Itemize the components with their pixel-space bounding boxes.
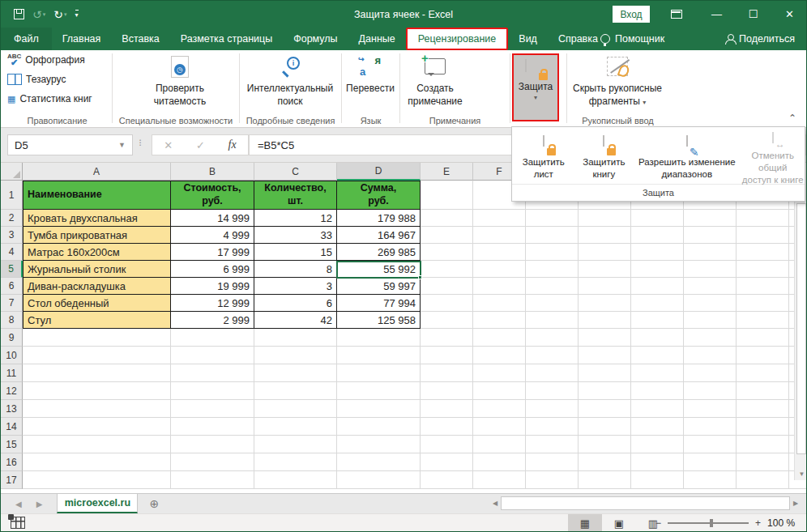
row-header-1[interactable]: 1 <box>1 181 23 210</box>
scroll-left-icon[interactable]: ◀ <box>489 500 501 507</box>
cell-d2[interactable]: 179 988 <box>337 210 421 227</box>
confirm-entry-icon[interactable]: ✓ <box>196 139 205 151</box>
scroll-right-icon[interactable]: ▶ <box>790 500 801 507</box>
menu-item-protect-workbook[interactable]: Защитить книгу <box>575 127 634 184</box>
row-header-3[interactable]: 3 <box>1 227 23 244</box>
assistant-button[interactable]: Помощник <box>600 28 664 50</box>
cell-a7[interactable]: Стол обеденный <box>23 295 171 312</box>
header-cell-qty[interactable]: Количество, шт. <box>254 181 337 210</box>
zoom-slider[interactable] <box>668 522 749 524</box>
name-box[interactable]: D5 ▼ <box>7 134 133 155</box>
normal-view-button[interactable]: ▦ <box>568 514 602 532</box>
cell-b7[interactable]: 12 999 <box>171 295 254 312</box>
check-accessibility-button[interactable]: ◷ Проверить читаемость <box>143 53 216 108</box>
row-header-10[interactable]: 10 <box>1 347 23 364</box>
protection-dropdown-button[interactable]: Защита ▾ <box>512 53 559 121</box>
tab-help[interactable]: Справка <box>548 28 608 50</box>
scroll-down-icon[interactable]: ▼ <box>795 467 807 480</box>
cell-c2[interactable]: 12 <box>254 210 337 227</box>
horizontal-scrollbar[interactable]: ◀ ▶ <box>489 496 801 511</box>
thesaurus-button[interactable]: Тезаурус <box>2 70 112 89</box>
cell-b8[interactable]: 2 999 <box>171 312 254 329</box>
cell-a4[interactable]: Матрас 160х200см <box>23 244 171 261</box>
cell-d4[interactable]: 269 985 <box>337 244 421 261</box>
cell-c8[interactable]: 42 <box>254 312 337 329</box>
row-header-13[interactable]: 13 <box>1 400 23 418</box>
cell-d8[interactable]: 125 958 <box>337 312 421 329</box>
row-header-15[interactable]: 15 <box>1 436 23 453</box>
next-sheet-icon[interactable]: ▶ <box>36 500 43 509</box>
column-header-d-selected[interactable]: D <box>337 163 421 181</box>
horizontal-scrollbar-thumb[interactable] <box>501 496 790 510</box>
row-header-17[interactable]: 17 <box>1 471 23 489</box>
zoom-out-button[interactable]: − <box>655 517 661 529</box>
tab-home[interactable]: Главная <box>52 28 112 50</box>
new-note-button[interactable]: + Создать примечание <box>405 53 465 108</box>
header-cell-price[interactable]: Стоимость, руб. <box>171 181 254 210</box>
row-header-7[interactable]: 7 <box>1 295 23 312</box>
menu-item-protect-sheet[interactable]: Защитить лист <box>512 127 575 184</box>
cell-a2[interactable]: Кровать двухспальная <box>23 210 171 227</box>
minimize-button[interactable]: — <box>698 1 735 28</box>
tab-page-layout[interactable]: Разметка страницы <box>170 28 283 50</box>
sheet-tab-active[interactable]: microexcel.ru <box>57 494 138 513</box>
spelling-button[interactable]: ABC✔ Орфография <box>2 50 112 70</box>
smart-lookup-button[interactable]: i Интеллектуальный поиск <box>241 53 339 108</box>
column-header-e[interactable]: E <box>421 163 473 181</box>
cell-b5[interactable]: 6 999 <box>171 261 254 278</box>
row-header-14[interactable]: 14 <box>1 418 23 436</box>
cell-c7[interactable]: 6 <box>254 295 337 312</box>
maximize-button[interactable]: ☐ <box>735 1 771 28</box>
row-header-8[interactable]: 8 <box>1 312 23 329</box>
tab-data[interactable]: Данные <box>348 28 406 50</box>
vertical-scrollbar[interactable]: ▼ <box>794 163 807 480</box>
cell-d3[interactable]: 164 967 <box>337 227 421 244</box>
row-header-6[interactable]: 6 <box>1 278 23 295</box>
cell-d6[interactable]: 59 997 <box>337 278 421 295</box>
tab-file[interactable]: Файл <box>1 28 52 50</box>
menu-item-allow-edit-ranges[interactable]: ✎ Разрешить изменение диапазонов <box>633 127 741 184</box>
cell-a8[interactable]: Стул <box>23 312 171 329</box>
cell-c6[interactable]: 3 <box>254 278 337 295</box>
workbook-statistics-button[interactable]: ▦ Статистика книг <box>2 89 112 109</box>
translate-button[interactable]: ↩яa Перевести <box>344 53 396 96</box>
hide-ink-button[interactable]: Скрыть рукописные фрагменты ▾ <box>569 53 666 108</box>
tab-review-active[interactable]: Рецензирование <box>406 28 509 50</box>
cell-b4[interactable]: 17 999 <box>171 244 254 261</box>
row-header-2[interactable]: 2 <box>1 210 23 227</box>
column-header-c[interactable]: C <box>254 163 337 181</box>
row-header-9[interactable]: 9 <box>1 329 23 347</box>
zoom-level[interactable]: 100 % <box>767 517 795 529</box>
cell-c4[interactable]: 15 <box>254 244 337 261</box>
name-box-caret-icon[interactable]: ▼ <box>118 141 126 149</box>
previous-sheet-icon[interactable]: ◀ <box>15 500 22 509</box>
cell-a5[interactable]: Журнальный столик <box>23 261 171 278</box>
header-cell-name[interactable]: Наименование <box>23 181 171 210</box>
column-header-a[interactable]: A <box>23 163 171 181</box>
select-all-corner[interactable] <box>1 163 23 181</box>
vertical-scrollbar-thumb[interactable] <box>796 203 806 454</box>
share-button[interactable]: Поделиться <box>725 28 795 50</box>
new-sheet-button[interactable]: ⊕ <box>138 494 170 513</box>
cell-a3[interactable]: Тумба прикроватная <box>23 227 171 244</box>
cancel-entry-icon[interactable]: ✕ <box>164 139 173 151</box>
ribbon-display-options-button[interactable] <box>665 6 688 23</box>
cell-c3[interactable]: 33 <box>254 227 337 244</box>
row-header-12[interactable]: 12 <box>1 382 23 400</box>
close-button[interactable]: ✕ <box>771 1 807 28</box>
tab-formulas[interactable]: Формулы <box>283 28 348 50</box>
tab-view[interactable]: Вид <box>508 28 548 50</box>
collapse-ribbon-button[interactable]: ⌃ <box>788 113 796 124</box>
cell-c5[interactable]: 8 <box>254 261 337 278</box>
tab-insert[interactable]: Вставка <box>111 28 169 50</box>
cell-d7[interactable]: 77 994 <box>337 295 421 312</box>
cell-b2[interactable]: 14 999 <box>171 210 254 227</box>
row-header-5-selected[interactable]: 5 <box>1 261 23 278</box>
cell-b3[interactable]: 4 999 <box>171 227 254 244</box>
page-layout-view-button[interactable]: ▣ <box>602 514 636 532</box>
row-header-4[interactable]: 4 <box>1 244 23 261</box>
row-header-11[interactable]: 11 <box>1 364 23 382</box>
cell-a6[interactable]: Диван-раскладушка <box>23 278 171 295</box>
column-header-b[interactable]: B <box>171 163 254 181</box>
sign-in-button[interactable]: Вход <box>613 6 650 23</box>
